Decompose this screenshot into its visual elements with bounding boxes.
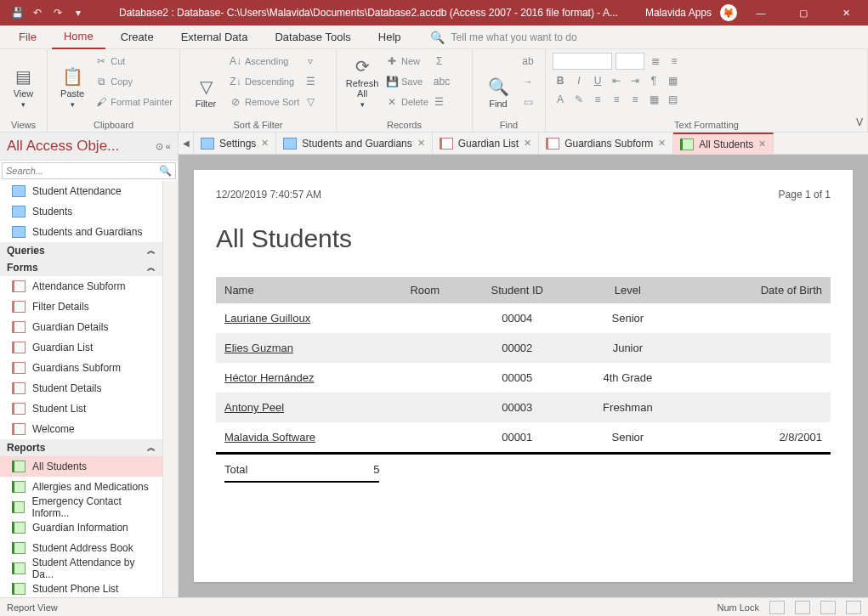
- indent-dec-button[interactable]: ⇤: [609, 73, 624, 88]
- remove-sort-button[interactable]: ⊘Remove Sort: [230, 93, 299, 110]
- paste-button[interactable]: 📋 Paste ▾: [54, 53, 90, 109]
- nav-item-form[interactable]: Student Details: [0, 378, 162, 398]
- nav-item-report[interactable]: Allergies and Medications: [0, 477, 162, 497]
- document-area[interactable]: 12/20/2019 7:40:57 AM Page 1 of 1 All St…: [179, 155, 868, 597]
- align-left-button[interactable]: ≡: [590, 92, 605, 107]
- view-button[interactable]: ▤ View ▾: [7, 53, 40, 109]
- table-row[interactable]: Lauriane Guilloux00004Senior: [216, 303, 831, 333]
- nav-item-report[interactable]: Student Attendance by Da...: [0, 558, 162, 579]
- nav-cat-reports[interactable]: Reports︽: [0, 439, 162, 456]
- toggle-filter-button[interactable]: ▽: [304, 93, 316, 110]
- nav-item-table[interactable]: Students and Guardians: [0, 222, 162, 242]
- numbering-icon[interactable]: ≡: [667, 54, 682, 69]
- more-records-button[interactable]: ☰: [434, 93, 445, 110]
- cell-name[interactable]: Lauriane Guilloux: [216, 303, 388, 333]
- nav-item-report[interactable]: Student Address Book: [0, 538, 162, 558]
- nav-item-form[interactable]: Student List: [0, 398, 162, 419]
- new-record-button[interactable]: ✚New: [386, 53, 428, 70]
- selection-filter-button[interactable]: ▿: [304, 53, 316, 70]
- nav-cat-forms[interactable]: Forms︽: [0, 259, 162, 276]
- align-right-button[interactable]: ≡: [627, 92, 643, 107]
- italic-button[interactable]: I: [571, 73, 587, 88]
- spelling-button[interactable]: abc: [434, 73, 445, 90]
- close-tab-icon[interactable]: ✕: [758, 138, 766, 150]
- nav-item-form[interactable]: Attendance Subform: [0, 276, 162, 297]
- format-painter-button[interactable]: 🖌Format Painter: [95, 93, 173, 110]
- nav-header[interactable]: All Access Obje... ⊙ «: [0, 133, 178, 161]
- ascending-button[interactable]: A↓Ascending: [230, 53, 299, 70]
- save-record-button[interactable]: 💾Save: [386, 73, 428, 90]
- delete-record-button[interactable]: ✕Delete: [386, 93, 428, 110]
- font-family-combo[interactable]: [553, 53, 612, 70]
- tab-external-data[interactable]: External Data: [169, 25, 260, 48]
- doc-tab[interactable]: Settings✕: [194, 133, 276, 154]
- find-button[interactable]: 🔍 Find: [479, 53, 517, 109]
- view-layout-button[interactable]: [820, 601, 836, 614]
- indent-inc-button[interactable]: ⇥: [627, 73, 643, 88]
- nav-item-form[interactable]: Filter Details: [0, 297, 162, 317]
- view-design-button[interactable]: [846, 601, 861, 614]
- advanced-filter-button[interactable]: ☰: [304, 73, 316, 90]
- tab-database-tools[interactable]: Database Tools: [263, 25, 362, 48]
- cell-name[interactable]: Malavida Software: [216, 422, 388, 454]
- nav-item-report[interactable]: All Students: [0, 456, 162, 477]
- nav-item-report[interactable]: Guardian Information: [0, 517, 162, 538]
- totals-button[interactable]: Σ: [434, 53, 445, 70]
- qat-customize-icon[interactable]: ▾: [71, 6, 85, 20]
- font-size-combo[interactable]: [616, 53, 644, 70]
- replace-button[interactable]: ab: [522, 53, 534, 70]
- font-color-button[interactable]: A: [553, 92, 568, 107]
- nav-item-table[interactable]: Student Attendance: [0, 181, 162, 201]
- nav-item-form[interactable]: Guardian Details: [0, 317, 162, 337]
- nav-cat-queries[interactable]: Queries︽: [0, 242, 162, 259]
- nav-item-form[interactable]: Guardian List: [0, 337, 162, 358]
- close-button[interactable]: ✕: [827, 0, 865, 25]
- close-tab-icon[interactable]: ✕: [658, 138, 666, 149]
- close-tab-icon[interactable]: ✕: [524, 138, 531, 149]
- doc-tab[interactable]: All Students✕: [673, 133, 774, 154]
- align-center-button[interactable]: ≡: [609, 92, 624, 107]
- undo-icon[interactable]: ↶: [31, 6, 44, 20]
- tab-create[interactable]: Create: [109, 25, 166, 48]
- nav-scrollbar[interactable]: [162, 181, 178, 597]
- user-avatar[interactable]: 🦊: [720, 4, 737, 21]
- save-icon[interactable]: 💾: [10, 6, 24, 20]
- fill-color-button[interactable]: ▦: [646, 92, 661, 107]
- cell-name[interactable]: Elies Guzman: [216, 333, 388, 363]
- nav-search-input[interactable]: [3, 166, 156, 176]
- refresh-all-button[interactable]: ⟳ Refresh All ▾: [343, 53, 381, 109]
- tab-help[interactable]: Help: [366, 25, 413, 48]
- nav-item-table[interactable]: Students: [0, 201, 162, 222]
- table-row[interactable]: Malavida Software00001Senior2/8/2001: [216, 422, 831, 454]
- view-print-button[interactable]: [795, 601, 810, 614]
- tab-nav-left-button[interactable]: ◀: [179, 133, 194, 155]
- underline-button[interactable]: U: [590, 73, 605, 88]
- tab-home[interactable]: Home: [52, 25, 105, 49]
- redo-icon[interactable]: ↷: [51, 6, 65, 20]
- table-row[interactable]: Héctor Hernández000054th Grade: [216, 363, 831, 393]
- goto-button[interactable]: →: [522, 73, 534, 90]
- close-tab-icon[interactable]: ✕: [417, 138, 425, 149]
- filter-button[interactable]: ▽ Filter: [187, 53, 224, 109]
- nav-item-report[interactable]: Student Phone List: [0, 579, 162, 597]
- rtl-button[interactable]: ¶: [646, 73, 661, 88]
- nav-item-report[interactable]: Emergency Contact Inform...: [0, 497, 162, 517]
- search-icon[interactable]: 🔍: [156, 165, 175, 177]
- collapse-ribbon-icon[interactable]: ᐯ: [856, 116, 863, 128]
- doc-tab[interactable]: Students and Guardians✕: [276, 133, 432, 154]
- minimize-button[interactable]: —: [742, 0, 780, 25]
- cell-name[interactable]: Antony Peel: [216, 393, 388, 422]
- nav-collapse-icon[interactable]: ⊙ «: [156, 141, 171, 152]
- tab-file[interactable]: File: [7, 25, 48, 48]
- highlight-button[interactable]: ✎: [571, 92, 587, 107]
- table-row[interactable]: Antony Peel00003Freshman: [216, 393, 831, 422]
- cell-name[interactable]: Héctor Hernández: [216, 363, 388, 393]
- close-tab-icon[interactable]: ✕: [261, 138, 269, 149]
- gridlines-button[interactable]: ▦: [665, 73, 680, 88]
- bold-button[interactable]: B: [553, 73, 568, 88]
- restore-button[interactable]: ▢: [785, 0, 822, 25]
- select-button[interactable]: ▭: [522, 93, 534, 110]
- descending-button[interactable]: Z↓Descending: [230, 73, 299, 90]
- doc-tab[interactable]: Guardians Subform✕: [539, 133, 673, 154]
- alt-row-button[interactable]: ▤: [665, 92, 680, 107]
